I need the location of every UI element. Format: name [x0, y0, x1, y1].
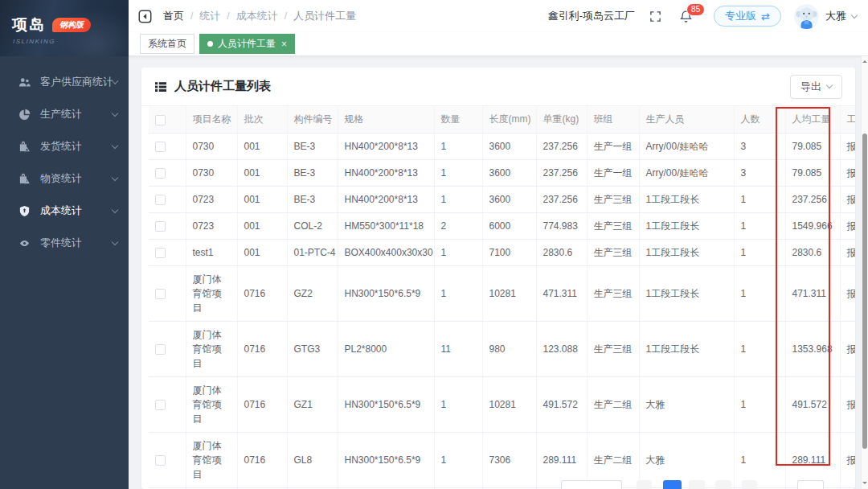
- row-select-cell: [149, 240, 186, 266]
- sidebar-collapse-icon[interactable]: [138, 10, 152, 23]
- breadcrumb-item[interactable]: 成本统计: [236, 9, 278, 23]
- export-label: 导出: [800, 80, 821, 94]
- cell-clipped: 报: [840, 213, 855, 240]
- main-area: 首页/统计/成本统计/人员计件工量 鑫引利-项岛云工厂 85 专业版 ⇄ 大雅 …: [129, 0, 868, 489]
- cell-clipped: 报: [840, 160, 855, 187]
- cell-clipped: 报: [840, 266, 855, 322]
- data-table-wrap: 项目名称批次构件编号规格数量长度(mm)单重(kg)班组生产人员人数人均工量工 …: [149, 106, 855, 489]
- cell-avg-workload: 471.311: [785, 266, 840, 322]
- sidebar-item-production[interactable]: 生产统计: [0, 98, 129, 130]
- pagination-page-button[interactable]: [715, 480, 731, 489]
- row-select-cell: [149, 160, 186, 187]
- edition-badge: 钢构版: [52, 18, 91, 32]
- row-checkbox[interactable]: [155, 221, 166, 232]
- sidebar-item-parts[interactable]: 零件统计: [0, 227, 129, 259]
- content-area: 人员计件工量列表 导出 项目名称批次构件编号规格数量长度(mm)单重(kg)班组…: [129, 57, 862, 489]
- cell-project-name: 厦门体育馆项目: [186, 433, 237, 488]
- cell-avg-workload: 79.085: [785, 134, 840, 160]
- cell-component-no: BE-3: [287, 187, 338, 213]
- notification-bell-icon[interactable]: 85: [679, 10, 693, 23]
- col-header-producers[interactable]: 生产人员: [639, 106, 734, 134]
- col-header-unit-weight-kg[interactable]: 单重(kg): [536, 106, 587, 134]
- username[interactable]: 大雅: [825, 9, 846, 23]
- sidebar-item-cost[interactable]: 成本统计: [0, 195, 129, 227]
- select-all-checkbox[interactable]: [155, 115, 166, 125]
- col-header-spec[interactable]: 规格: [338, 106, 434, 134]
- cell-unit-weight-kg: 237.256: [536, 134, 587, 160]
- scroll-up-arrow-icon[interactable]: [862, 58, 867, 63]
- cell-people-count: 3: [734, 134, 785, 160]
- row-checkbox[interactable]: [155, 400, 166, 410]
- pagination-active-page-button[interactable]: [663, 480, 682, 489]
- col-header-people-count[interactable]: 人数: [734, 106, 785, 134]
- breadcrumb-separator: /: [285, 10, 287, 22]
- cell-quantity: 1: [434, 160, 482, 187]
- col-header-team[interactable]: 班组: [587, 106, 639, 134]
- tab-close-icon[interactable]: ×: [281, 39, 287, 49]
- cell-avg-workload: 491.572: [785, 377, 840, 433]
- cell-project-name: 0723: [186, 213, 237, 240]
- avatar[interactable]: [794, 4, 819, 29]
- cell-people-count: 1: [734, 322, 785, 377]
- page-size-select[interactable]: [561, 480, 622, 489]
- col-header-quantity[interactable]: 数量: [434, 106, 482, 134]
- cell-spec: HN400*200*8*13: [338, 160, 434, 187]
- cell-clipped: 报: [840, 187, 855, 213]
- pagination-page-button[interactable]: [689, 480, 705, 489]
- scroll-down-arrow-icon[interactable]: [862, 482, 867, 487]
- row-checkbox[interactable]: [155, 289, 166, 299]
- plan-label: 专业版: [725, 9, 756, 23]
- sidebar-item-materials[interactable]: 物资统计: [0, 162, 129, 195]
- row-checkbox[interactable]: [155, 195, 166, 205]
- pie-chart-icon: [18, 108, 31, 121]
- company-name[interactable]: 鑫引利-项岛云工厂: [548, 9, 635, 23]
- swap-arrows-icon: ⇄: [761, 10, 770, 23]
- table-row: test100101-PTC-4BOX400x400x30x3017100283…: [149, 240, 855, 266]
- vertical-scrollbar[interactable]: [861, 56, 868, 489]
- cell-project-name: 0730: [186, 134, 237, 160]
- col-header-batch[interactable]: 批次: [237, 106, 287, 134]
- panel-header: 人员计件工量列表 导出: [141, 68, 855, 106]
- plan-switch-button[interactable]: 专业版 ⇄: [714, 6, 781, 27]
- select-all-header: [149, 106, 186, 134]
- sidebar-item-shipping[interactable]: 发货统计: [0, 130, 129, 162]
- cell-spec: HN300*150*6.5*9: [338, 377, 434, 433]
- col-header-component-no[interactable]: 构件编号: [287, 106, 338, 134]
- breadcrumb-item[interactable]: 首页: [163, 9, 184, 23]
- pagination-prev-button[interactable]: [637, 480, 652, 489]
- tab-人员计件工量[interactable]: 人员计件工量×: [199, 34, 295, 54]
- row-checkbox[interactable]: [155, 168, 166, 179]
- cell-quantity: 2: [434, 213, 482, 240]
- pagination-next-button[interactable]: [742, 480, 757, 489]
- topbar: 首页/统计/成本统计/人员计件工量 鑫引利-项岛云工厂 85 专业版 ⇄ 大雅: [129, 0, 868, 32]
- fullscreen-icon[interactable]: [649, 10, 661, 23]
- cell-batch: 001: [237, 213, 287, 240]
- breadcrumb-item[interactable]: 统计: [199, 9, 220, 23]
- cell-clipped: 报: [840, 134, 855, 160]
- breadcrumb-separator: /: [190, 10, 193, 22]
- row-checkbox[interactable]: [155, 142, 166, 152]
- breadcrumb-separator: /: [227, 10, 229, 22]
- tab-系统首页[interactable]: 系统首页: [140, 34, 194, 54]
- user-menu-chevron-down-icon[interactable]: [851, 11, 858, 18]
- col-header-length-mm[interactable]: 长度(mm): [482, 106, 536, 134]
- panel-card: 人员计件工量列表 导出 项目名称批次构件编号规格数量长度(mm)单重(kg)班组…: [141, 68, 855, 489]
- row-checkbox[interactable]: [155, 248, 166, 258]
- vertical-scrollbar-thumb[interactable]: [862, 134, 867, 449]
- cell-producers: 1工段工段长: [639, 266, 734, 322]
- row-checkbox[interactable]: [155, 455, 166, 466]
- col-header-project-name[interactable]: 项目名称: [186, 106, 237, 134]
- cell-quantity: 1: [434, 187, 482, 213]
- cell-quantity: 1: [434, 433, 482, 488]
- brand-subtitle: ISLINKING: [0, 35, 129, 45]
- cell-batch: 0716: [237, 377, 287, 433]
- pagination-jump-input[interactable]: [797, 480, 824, 489]
- export-button[interactable]: 导出: [790, 75, 842, 99]
- piecework-table: 项目名称批次构件编号规格数量长度(mm)单重(kg)班组生产人员人数人均工量工 …: [149, 106, 855, 489]
- cell-unit-weight-kg: 491.572: [536, 377, 587, 433]
- cell-people-count: 1: [734, 433, 785, 488]
- row-checkbox[interactable]: [155, 344, 166, 355]
- sidebar-item-customers-suppliers[interactable]: 客户供应商统计: [0, 66, 129, 98]
- col-header-avg-workload[interactable]: 人均工量: [785, 106, 840, 134]
- cell-quantity: 1: [434, 134, 482, 160]
